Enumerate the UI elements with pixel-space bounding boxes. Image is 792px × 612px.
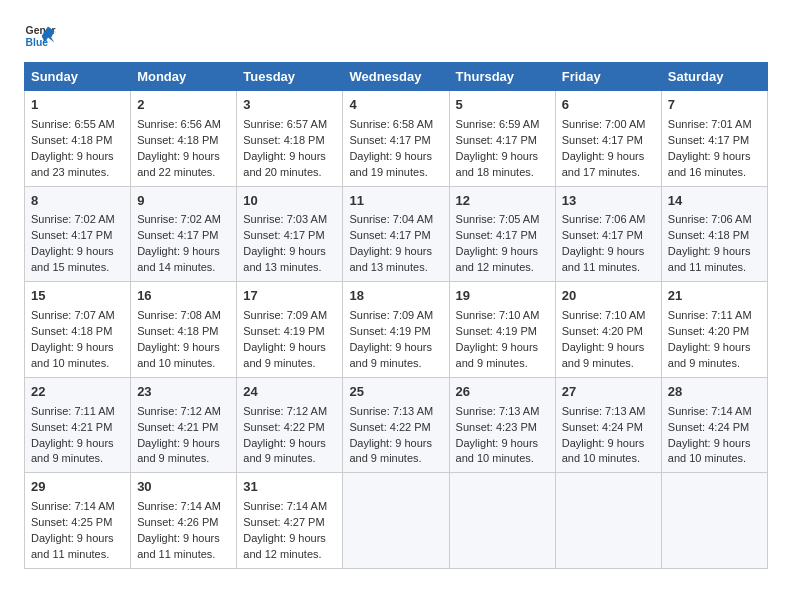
day-info: Sunrise: 7:13 AMSunset: 4:23 PMDaylight:… <box>456 405 540 465</box>
day-number: 7 <box>668 96 761 115</box>
day-info: Sunrise: 7:10 AMSunset: 4:20 PMDaylight:… <box>562 309 646 369</box>
day-number: 19 <box>456 287 549 306</box>
day-info: Sunrise: 7:11 AMSunset: 4:20 PMDaylight:… <box>668 309 752 369</box>
header-cell-friday: Friday <box>555 63 661 91</box>
day-number: 2 <box>137 96 230 115</box>
day-info: Sunrise: 7:01 AMSunset: 4:17 PMDaylight:… <box>668 118 752 178</box>
day-cell: 5Sunrise: 6:59 AMSunset: 4:17 PMDaylight… <box>449 91 555 187</box>
day-number: 9 <box>137 192 230 211</box>
day-number: 22 <box>31 383 124 402</box>
day-info: Sunrise: 6:55 AMSunset: 4:18 PMDaylight:… <box>31 118 115 178</box>
day-number: 10 <box>243 192 336 211</box>
day-cell: 2Sunrise: 6:56 AMSunset: 4:18 PMDaylight… <box>131 91 237 187</box>
day-info: Sunrise: 7:09 AMSunset: 4:19 PMDaylight:… <box>349 309 433 369</box>
day-info: Sunrise: 7:14 AMSunset: 4:25 PMDaylight:… <box>31 500 115 560</box>
day-info: Sunrise: 7:08 AMSunset: 4:18 PMDaylight:… <box>137 309 221 369</box>
day-number: 12 <box>456 192 549 211</box>
day-cell: 18Sunrise: 7:09 AMSunset: 4:19 PMDayligh… <box>343 282 449 378</box>
day-number: 17 <box>243 287 336 306</box>
day-info: Sunrise: 7:12 AMSunset: 4:22 PMDaylight:… <box>243 405 327 465</box>
day-number: 3 <box>243 96 336 115</box>
week-row-4: 22Sunrise: 7:11 AMSunset: 4:21 PMDayligh… <box>25 377 768 473</box>
day-number: 25 <box>349 383 442 402</box>
day-cell: 7Sunrise: 7:01 AMSunset: 4:17 PMDaylight… <box>661 91 767 187</box>
day-cell: 12Sunrise: 7:05 AMSunset: 4:17 PMDayligh… <box>449 186 555 282</box>
logo-icon: General Blue <box>24 20 56 52</box>
day-number: 21 <box>668 287 761 306</box>
day-cell: 11Sunrise: 7:04 AMSunset: 4:17 PMDayligh… <box>343 186 449 282</box>
day-cell: 28Sunrise: 7:14 AMSunset: 4:24 PMDayligh… <box>661 377 767 473</box>
calendar-table: SundayMondayTuesdayWednesdayThursdayFrid… <box>24 62 768 569</box>
day-info: Sunrise: 7:02 AMSunset: 4:17 PMDaylight:… <box>137 213 221 273</box>
day-cell: 25Sunrise: 7:13 AMSunset: 4:22 PMDayligh… <box>343 377 449 473</box>
week-row-5: 29Sunrise: 7:14 AMSunset: 4:25 PMDayligh… <box>25 473 768 569</box>
day-cell: 4Sunrise: 6:58 AMSunset: 4:17 PMDaylight… <box>343 91 449 187</box>
week-row-3: 15Sunrise: 7:07 AMSunset: 4:18 PMDayligh… <box>25 282 768 378</box>
day-number: 1 <box>31 96 124 115</box>
day-info: Sunrise: 7:09 AMSunset: 4:19 PMDaylight:… <box>243 309 327 369</box>
day-cell: 14Sunrise: 7:06 AMSunset: 4:18 PMDayligh… <box>661 186 767 282</box>
day-info: Sunrise: 6:57 AMSunset: 4:18 PMDaylight:… <box>243 118 327 178</box>
day-cell: 26Sunrise: 7:13 AMSunset: 4:23 PMDayligh… <box>449 377 555 473</box>
day-cell: 21Sunrise: 7:11 AMSunset: 4:20 PMDayligh… <box>661 282 767 378</box>
day-number: 30 <box>137 478 230 497</box>
header-cell-saturday: Saturday <box>661 63 767 91</box>
day-info: Sunrise: 7:06 AMSunset: 4:17 PMDaylight:… <box>562 213 646 273</box>
day-cell: 19Sunrise: 7:10 AMSunset: 4:19 PMDayligh… <box>449 282 555 378</box>
day-info: Sunrise: 7:13 AMSunset: 4:24 PMDaylight:… <box>562 405 646 465</box>
day-number: 8 <box>31 192 124 211</box>
day-cell: 13Sunrise: 7:06 AMSunset: 4:17 PMDayligh… <box>555 186 661 282</box>
day-number: 16 <box>137 287 230 306</box>
day-cell: 24Sunrise: 7:12 AMSunset: 4:22 PMDayligh… <box>237 377 343 473</box>
day-number: 23 <box>137 383 230 402</box>
week-row-1: 1Sunrise: 6:55 AMSunset: 4:18 PMDaylight… <box>25 91 768 187</box>
day-cell: 8Sunrise: 7:02 AMSunset: 4:17 PMDaylight… <box>25 186 131 282</box>
day-info: Sunrise: 6:56 AMSunset: 4:18 PMDaylight:… <box>137 118 221 178</box>
day-cell <box>661 473 767 569</box>
day-number: 15 <box>31 287 124 306</box>
day-cell: 22Sunrise: 7:11 AMSunset: 4:21 PMDayligh… <box>25 377 131 473</box>
day-info: Sunrise: 7:10 AMSunset: 4:19 PMDaylight:… <box>456 309 540 369</box>
day-info: Sunrise: 7:13 AMSunset: 4:22 PMDaylight:… <box>349 405 433 465</box>
header-cell-wednesday: Wednesday <box>343 63 449 91</box>
day-cell: 23Sunrise: 7:12 AMSunset: 4:21 PMDayligh… <box>131 377 237 473</box>
day-number: 11 <box>349 192 442 211</box>
day-number: 26 <box>456 383 549 402</box>
day-number: 14 <box>668 192 761 211</box>
day-number: 29 <box>31 478 124 497</box>
day-info: Sunrise: 7:03 AMSunset: 4:17 PMDaylight:… <box>243 213 327 273</box>
day-number: 20 <box>562 287 655 306</box>
header-cell-monday: Monday <box>131 63 237 91</box>
day-cell <box>555 473 661 569</box>
day-info: Sunrise: 7:14 AMSunset: 4:27 PMDaylight:… <box>243 500 327 560</box>
day-cell <box>343 473 449 569</box>
day-cell: 27Sunrise: 7:13 AMSunset: 4:24 PMDayligh… <box>555 377 661 473</box>
day-cell: 31Sunrise: 7:14 AMSunset: 4:27 PMDayligh… <box>237 473 343 569</box>
day-info: Sunrise: 6:59 AMSunset: 4:17 PMDaylight:… <box>456 118 540 178</box>
day-cell: 17Sunrise: 7:09 AMSunset: 4:19 PMDayligh… <box>237 282 343 378</box>
day-number: 18 <box>349 287 442 306</box>
day-number: 27 <box>562 383 655 402</box>
week-row-2: 8Sunrise: 7:02 AMSunset: 4:17 PMDaylight… <box>25 186 768 282</box>
day-cell: 6Sunrise: 7:00 AMSunset: 4:17 PMDaylight… <box>555 91 661 187</box>
day-info: Sunrise: 7:00 AMSunset: 4:17 PMDaylight:… <box>562 118 646 178</box>
day-info: Sunrise: 7:14 AMSunset: 4:24 PMDaylight:… <box>668 405 752 465</box>
header-cell-tuesday: Tuesday <box>237 63 343 91</box>
day-cell: 10Sunrise: 7:03 AMSunset: 4:17 PMDayligh… <box>237 186 343 282</box>
day-info: Sunrise: 7:02 AMSunset: 4:17 PMDaylight:… <box>31 213 115 273</box>
day-cell: 9Sunrise: 7:02 AMSunset: 4:17 PMDaylight… <box>131 186 237 282</box>
day-number: 5 <box>456 96 549 115</box>
day-cell <box>449 473 555 569</box>
day-cell: 30Sunrise: 7:14 AMSunset: 4:26 PMDayligh… <box>131 473 237 569</box>
day-number: 28 <box>668 383 761 402</box>
day-info: Sunrise: 7:12 AMSunset: 4:21 PMDaylight:… <box>137 405 221 465</box>
day-number: 31 <box>243 478 336 497</box>
day-info: Sunrise: 7:11 AMSunset: 4:21 PMDaylight:… <box>31 405 115 465</box>
day-cell: 20Sunrise: 7:10 AMSunset: 4:20 PMDayligh… <box>555 282 661 378</box>
day-info: Sunrise: 7:06 AMSunset: 4:18 PMDaylight:… <box>668 213 752 273</box>
header-cell-sunday: Sunday <box>25 63 131 91</box>
day-number: 4 <box>349 96 442 115</box>
day-cell: 16Sunrise: 7:08 AMSunset: 4:18 PMDayligh… <box>131 282 237 378</box>
page-header: General Blue <box>24 20 768 52</box>
day-info: Sunrise: 7:04 AMSunset: 4:17 PMDaylight:… <box>349 213 433 273</box>
